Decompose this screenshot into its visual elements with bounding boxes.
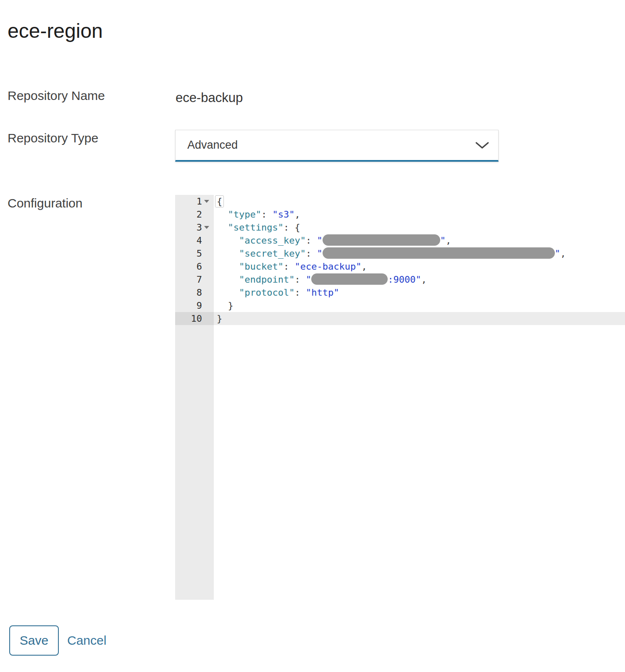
code-segment: "bucket"	[239, 261, 284, 272]
code-segment	[217, 248, 239, 259]
gutter-cell: 1	[175, 195, 214, 208]
editor-line: 2 "type": "s3",	[175, 208, 625, 221]
editor-line: 7 "endpoint": ":9000",	[175, 273, 625, 286]
line-number: 2	[197, 208, 202, 221]
code-segment: :	[284, 261, 295, 272]
line-number: 4	[197, 234, 202, 247]
editor-line: 8 "protocol": "http"	[175, 286, 625, 299]
form-actions: Save Cancel	[9, 625, 625, 672]
code-segment: "http"	[306, 287, 339, 298]
fold-toggle[interactable]	[202, 200, 211, 203]
repository-type-field: Advanced	[175, 130, 625, 162]
gutter-cell: 5	[175, 247, 214, 260]
code-segment: "	[440, 235, 446, 246]
repository-name-row: Repository Name ece-backup	[8, 87, 625, 105]
configuration-row: Configuration 1{2 "type": "s3",3 "settin…	[8, 195, 625, 600]
code-segment: "ece-backup"	[294, 261, 361, 272]
editor-line: 1{	[175, 195, 625, 208]
code-segment: "secret_key"	[239, 248, 306, 259]
code-line-content: }	[214, 299, 625, 312]
code-segment: : {	[284, 222, 300, 233]
code-segment: "s3"	[272, 209, 294, 220]
code-segment: ,	[560, 248, 566, 259]
code-line-content: "secret_key": "",	[214, 247, 625, 260]
configuration-code-editor[interactable]: 1{2 "type": "s3",3 "settings": {4 "acces…	[175, 195, 625, 600]
code-line-content: "protocol": "http"	[214, 286, 625, 299]
code-segment: ,	[446, 235, 451, 246]
redacted-value	[311, 273, 388, 285]
editor-line: 10}	[175, 312, 625, 325]
editor-line: 6 "bucket": "ece-backup",	[175, 260, 625, 273]
save-button[interactable]: Save	[9, 625, 59, 656]
chevron-down-icon	[475, 142, 489, 149]
line-number: 8	[197, 286, 202, 299]
gutter-cell: 2	[175, 208, 214, 221]
line-number: 6	[197, 260, 202, 273]
fold-arrow-icon	[204, 200, 209, 203]
configuration-field: 1{2 "type": "s3",3 "settings": {4 "acces…	[175, 195, 625, 600]
redacted-value	[323, 247, 555, 259]
code-segment: ,	[361, 261, 367, 272]
repository-type-row: Repository Type Advanced	[8, 130, 625, 162]
fold-toggle[interactable]	[202, 226, 211, 229]
code-segment: "	[317, 235, 322, 246]
code-line-content: "type": "s3",	[214, 208, 625, 221]
code-segment	[217, 274, 239, 285]
line-number: 3	[197, 221, 202, 234]
code-segment: }	[217, 313, 222, 324]
gutter-cell: 8	[175, 286, 214, 299]
repository-type-select[interactable]: Advanced	[175, 130, 499, 162]
editor-line: 4 "access_key": "",	[175, 234, 625, 247]
code-segment: ,	[294, 209, 300, 220]
line-number: 5	[197, 247, 202, 260]
code-segment: "	[306, 274, 311, 285]
repository-config-page: ece-region Repository Name ece-backup Re…	[0, 18, 625, 672]
code-line-content: "access_key": "",	[214, 234, 625, 247]
line-number: 7	[197, 273, 202, 286]
code-segment: "	[555, 248, 560, 259]
code-segment	[217, 222, 228, 233]
gutter-cell: 7	[175, 273, 214, 286]
code-line-content: {	[214, 195, 625, 208]
code-line-content: "bucket": "ece-backup",	[214, 260, 625, 273]
code-segment: "type"	[228, 209, 261, 220]
repository-name-field: ece-backup	[175, 87, 625, 105]
editor-line: 9 }	[175, 299, 625, 312]
repository-name-label: Repository Name	[8, 87, 175, 104]
code-segment: "endpoint"	[239, 274, 294, 285]
code-segment: :	[306, 248, 317, 259]
fold-arrow-icon	[204, 226, 209, 229]
code-segment	[217, 261, 239, 272]
repository-name-value: ece-backup	[175, 87, 243, 105]
code-segment	[217, 287, 239, 298]
code-segment: }	[217, 300, 234, 311]
code-segment: "	[317, 248, 322, 259]
code-segment: {	[215, 195, 224, 207]
gutter-filler	[175, 325, 214, 600]
line-number: 10	[191, 312, 202, 325]
gutter-cell: 4	[175, 234, 214, 247]
line-number: 1	[197, 195, 202, 208]
code-line-content: "endpoint": ":9000",	[214, 273, 625, 286]
code-segment	[217, 209, 228, 220]
code-segment: "settings"	[228, 222, 284, 233]
code-segment: "protocol"	[239, 287, 294, 298]
code-line-content: }	[214, 312, 625, 325]
cancel-link[interactable]: Cancel	[67, 633, 106, 648]
code-segment: :	[294, 274, 306, 285]
repository-type-selected-value: Advanced	[187, 139, 238, 152]
code-line-content: "settings": {	[214, 221, 625, 234]
code-segment: :	[261, 209, 273, 220]
gutter-cell: 6	[175, 260, 214, 273]
editor-line: 5 "secret_key": "",	[175, 247, 625, 260]
code-segment: :9000"	[388, 274, 421, 285]
editor-line: 3 "settings": {	[175, 221, 625, 234]
gutter-cell: 3	[175, 221, 214, 234]
line-number: 9	[197, 299, 202, 312]
page-title: ece-region	[8, 18, 625, 44]
code-segment: :	[306, 235, 317, 246]
gutter-cell: 9	[175, 299, 214, 312]
gutter-cell: 10	[175, 312, 214, 325]
code-segment: :	[294, 287, 306, 298]
configuration-label: Configuration	[8, 195, 175, 211]
